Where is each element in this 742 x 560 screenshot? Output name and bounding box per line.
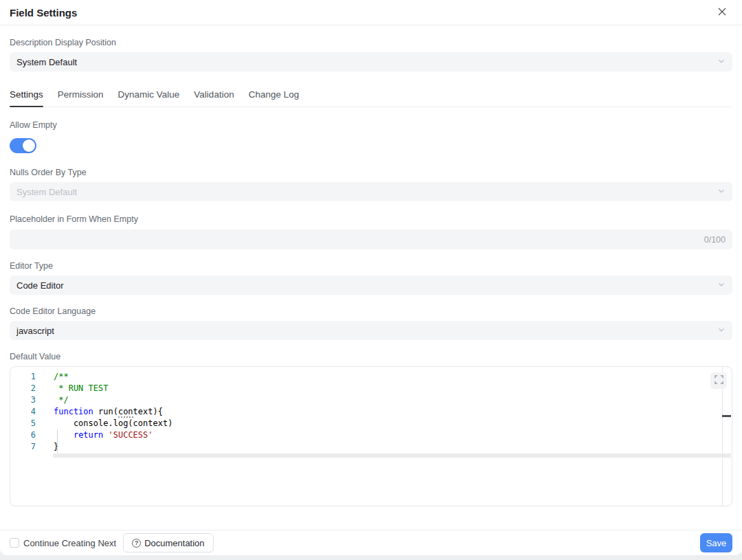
code-line: 5 console.log(context): [10, 418, 732, 429]
code-line: 6 return 'SUCCESS': [10, 429, 732, 441]
question-circle-icon: ?: [132, 539, 141, 548]
settings-tab-bar: Settings Permission Dynamic Value Valida…: [10, 88, 732, 107]
code-line: 2 * RUN TEST: [10, 383, 732, 394]
char-counter: 0/100: [704, 235, 726, 245]
modal-footer: Continue Creating Next ? Documentation S…: [0, 530, 742, 555]
line-number: 4: [10, 406, 36, 418]
continue-creating-next-label: Continue Creating Next: [23, 538, 116, 548]
line-number: 5: [10, 418, 36, 429]
allow-empty-label: Allow Empty: [10, 120, 732, 131]
tab-validation[interactable]: Validation: [194, 88, 234, 107]
line-number: 2: [10, 383, 36, 394]
code-editor-language-select[interactable]: javascript: [10, 321, 732, 340]
tab-permission[interactable]: Permission: [58, 88, 104, 107]
close-icon: [717, 7, 727, 19]
code-line: 1 /**: [10, 371, 732, 383]
cursor-position-mark: [722, 415, 731, 417]
fullscreen-icon: [715, 375, 723, 386]
code-line: 7 }: [10, 441, 732, 453]
line-number: 3: [10, 394, 36, 406]
select-value: System Default: [16, 57, 717, 67]
editor-type-select[interactable]: Code Editor: [10, 276, 732, 295]
continue-creating-next-checkbox[interactable]: [10, 538, 19, 548]
select-value: Code Editor: [16, 280, 717, 291]
tab-dynamic-value[interactable]: Dynamic Value: [118, 88, 180, 107]
code-editor-language-label: Code Editor Language: [10, 306, 732, 317]
default-value-code-editor[interactable]: 1 /** 2 * RUN TEST 3 */ 4 function run(c…: [10, 366, 732, 506]
modal-header: Field Settings: [0, 0, 742, 25]
default-value-label: Default Value: [10, 352, 732, 362]
tab-change-log[interactable]: Change Log: [249, 88, 300, 107]
chevron-down-icon: [717, 280, 726, 291]
line-number: 6: [10, 429, 36, 441]
code-line: 3 */: [10, 394, 732, 406]
allow-empty-toggle[interactable]: [10, 138, 36, 153]
chevron-down-icon: [717, 187, 726, 197]
line-number: 1: [10, 371, 36, 383]
save-button[interactable]: Save: [700, 533, 732, 552]
modal-title: Field Settings: [10, 7, 77, 19]
documentation-button[interactable]: ? Documentation: [123, 533, 213, 552]
toggle-knob: [23, 139, 35, 152]
placeholder-input[interactable]: 0/100: [10, 229, 732, 249]
nulls-order-select[interactable]: System Default: [10, 182, 732, 201]
chevron-down-icon: [717, 326, 726, 336]
fullscreen-button[interactable]: [710, 372, 727, 389]
code-content[interactable]: 1 /** 2 * RUN TEST 3 */ 4 function run(c…: [10, 367, 732, 453]
description-display-position-label: Description Display Position: [10, 38, 732, 48]
line-number: 7: [10, 441, 36, 453]
tab-settings[interactable]: Settings: [10, 88, 43, 107]
documentation-button-label: Documentation: [144, 538, 204, 548]
nulls-order-label: Nulls Order By Type: [10, 168, 732, 178]
code-line: 4 function run(context){: [10, 406, 732, 418]
select-value: javascript: [16, 326, 717, 336]
modal-body: Description Display Position System Defa…: [0, 25, 742, 530]
description-display-position-select[interactable]: System Default: [10, 52, 732, 71]
field-settings-modal: Field Settings Description Display Posit…: [0, 0, 742, 555]
chevron-down-icon: [717, 57, 726, 67]
horizontal-scrollbar[interactable]: [53, 453, 731, 458]
placeholder-label: Placeholder in Form When Empty: [10, 214, 732, 225]
indent-guide: [57, 429, 58, 453]
close-button[interactable]: [715, 5, 730, 20]
editor-type-label: Editor Type: [10, 261, 732, 271]
select-value: System Default: [16, 187, 717, 197]
